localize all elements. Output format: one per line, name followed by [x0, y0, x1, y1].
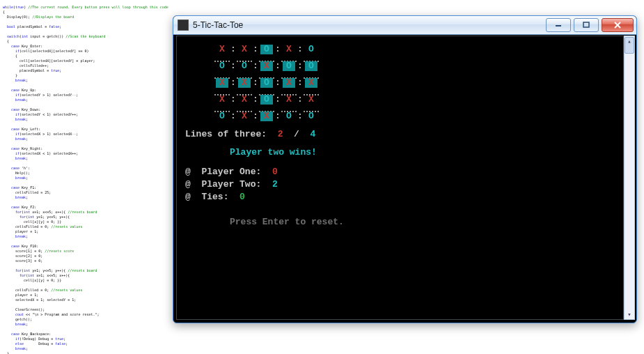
- board-cell: X: [214, 93, 230, 106]
- minimize-button[interactable]: [546, 18, 571, 32]
- score-p2: @ Player Two: 2: [185, 178, 615, 191]
- maximize-button[interactable]: [574, 18, 599, 32]
- board-cell: X: [304, 93, 319, 106]
- board-row: X:X:O:X:X: [214, 93, 615, 106]
- window-title: 5-Tic-Tac-Toe: [193, 20, 543, 30]
- scroll-up-icon[interactable]: ▴: [625, 36, 634, 46]
- game-board: X:X:O:X:OO:O:X:O:OX:X:O:X:XX:X:O:X:XO:X:…: [214, 43, 615, 123]
- board-cell: X: [214, 77, 230, 89]
- scroll-down-icon[interactable]: ▾: [625, 309, 634, 319]
- board-cell: X: [237, 110, 252, 123]
- board-cell: X: [237, 77, 252, 89]
- board-cell: O: [281, 110, 297, 123]
- board-cell: O: [214, 110, 230, 123]
- titlebar[interactable]: 5-Tic-Tac-Toe: [173, 16, 636, 35]
- board-cell: O: [237, 60, 252, 72]
- lines-slash: /: [294, 129, 299, 139]
- board-row: X:X:O:X:X: [214, 77, 615, 89]
- code-editor[interactable]: while(true) //The current round. Every b…: [0, 3, 171, 354]
- board-row: X:X:O:X:O: [214, 43, 615, 56]
- lines-label: Lines of three:: [185, 129, 267, 139]
- board-cell: X: [281, 43, 297, 56]
- board-cell: O: [259, 43, 274, 56]
- app-window: 5-Tic-Tac-Toe ▴ ▾ X:X:O:X:OO:O:X:O:OX:X:…: [173, 15, 637, 323]
- board-cell: X: [281, 77, 297, 89]
- board-cell: X: [304, 77, 319, 89]
- close-button[interactable]: [602, 18, 634, 32]
- board-cell: O: [281, 60, 297, 72]
- reset-prompt: Press Enter to reset.: [230, 216, 615, 229]
- board-cell: O: [304, 60, 319, 72]
- board-cell: O: [259, 77, 274, 89]
- board-cell: X: [281, 93, 297, 106]
- board-cell: X: [259, 60, 274, 72]
- console-viewport: X:X:O:X:OO:O:X:O:OX:X:O:X:XX:X:O:X:XO:X:…: [176, 36, 624, 320]
- console-output: X:X:O:X:OO:O:X:O:OX:X:O:X:XX:X:O:X:XO:X:…: [177, 36, 623, 229]
- board-row: O:X:X:O:O: [214, 110, 615, 123]
- score-ties: @ Ties: 0: [185, 191, 615, 203]
- board-cell: O: [304, 43, 319, 56]
- board-row: O:O:X:O:O: [214, 60, 615, 72]
- vertical-scrollbar[interactable]: ▴ ▾: [624, 36, 635, 320]
- score-p1: @ Player One: 0: [185, 166, 615, 178]
- board-cell: O: [259, 93, 274, 106]
- app-icon: [178, 20, 189, 31]
- lines-of-three: Lines of three: 2 / 4: [185, 128, 615, 141]
- board-cell: X: [259, 110, 274, 123]
- board-cell: O: [304, 110, 319, 123]
- lines-p1: 2: [278, 129, 283, 139]
- lines-p2: 4: [311, 129, 316, 139]
- board-cell: X: [214, 43, 230, 56]
- board-cell: O: [214, 60, 230, 72]
- board-cell: X: [237, 93, 252, 106]
- winner-text: Player two wins!: [230, 146, 615, 159]
- board-cell: X: [237, 43, 252, 56]
- svg-rect-1: [583, 22, 589, 27]
